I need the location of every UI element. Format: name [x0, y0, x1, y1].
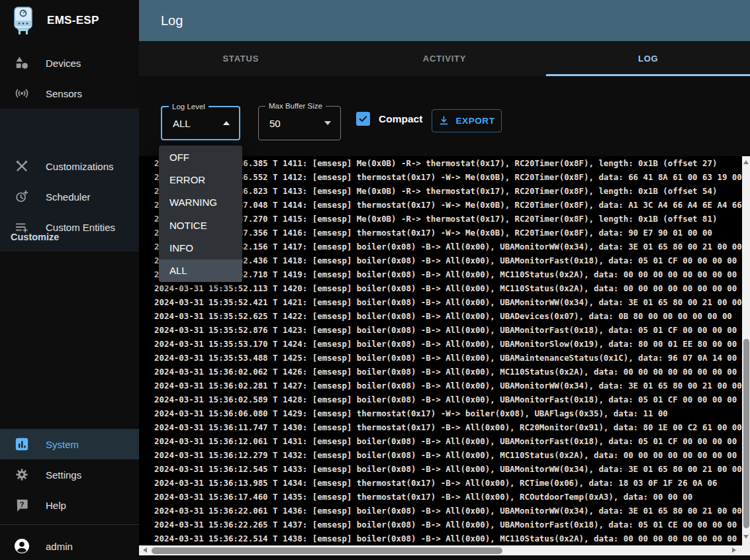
- log-level-option[interactable]: OFF: [159, 146, 242, 168]
- app-bar: Log: [139, 0, 750, 41]
- log-line: 2024-03-31 15:35:36.385 T 1411: [emsesp]…: [154, 156, 742, 170]
- log-line: 2024-03-31 15:36:06.080 T 1429: [emsesp]…: [154, 406, 742, 420]
- compact-checkbox-control[interactable]: Compact: [356, 112, 422, 126]
- log-line: 2024-03-31 15:36:17.460 T 1435: [emsesp]…: [154, 490, 742, 504]
- compact-label: Compact: [379, 113, 422, 125]
- chevron-down-icon: [324, 121, 331, 125]
- boiler-logo-icon: [11, 6, 35, 35]
- scroll-down-arrow-icon[interactable]: [743, 535, 749, 539]
- vertical-scrollbar-thumb[interactable]: [743, 339, 749, 528]
- log-level-option[interactable]: NOTICE: [159, 214, 242, 236]
- account-circle-icon: [14, 538, 30, 554]
- sidebar-item-label: Custom Entities: [46, 222, 115, 233]
- log-line: 2024-03-31 15:35:36.823 T 1413: [emsesp]…: [154, 184, 742, 198]
- scroll-up-arrow-icon[interactable]: [743, 160, 749, 164]
- max-buffer-size-label: Max Buffer Size: [265, 102, 326, 111]
- log-line: 2024-03-31 15:36:02.062 T 1426: [emsesp]…: [154, 365, 742, 379]
- devices-icon: [14, 55, 30, 71]
- svg-text:?: ?: [20, 500, 24, 508]
- log-level-value: ALL: [173, 118, 191, 129]
- log-line: 2024-03-31 15:35:53.488 T 1425: [emsesp]…: [154, 351, 742, 365]
- sidebar-item-help[interactable]: ? Help: [0, 490, 139, 520]
- log-line: 2024-03-31 15:36:02.589 T 1428: [emsesp]…: [154, 393, 742, 406]
- sidebar-item-label: Sensors: [46, 88, 82, 99]
- system-chart-icon: [14, 436, 30, 452]
- ems-esp-app: EMS-ESP Devices: [0, 0, 750, 560]
- export-button[interactable]: EXPORT: [432, 109, 502, 132]
- app-logo-bar: EMS-ESP: [0, 0, 139, 41]
- sidebar-item-label: Settings: [46, 469, 81, 481]
- sidebar-item-system[interactable]: System: [0, 429, 139, 459]
- horizontal-scrollbar-thumb[interactable]: [152, 547, 502, 554]
- user-name: admin: [46, 541, 73, 552]
- sidebar-item-label: Scheduler: [46, 191, 91, 203]
- log-line: 2024-03-31 15:35:36.552 T 1412: [emsesp]…: [154, 170, 742, 184]
- vertical-scrollbar[interactable]: [742, 156, 750, 545]
- scroll-right-arrow-icon[interactable]: [732, 547, 736, 553]
- log-line: 2024-03-31 15:36:13.985 T 1434: [emsesp]…: [154, 476, 742, 490]
- tab-bar: STATUS ACTIVITY LOG: [139, 41, 750, 76]
- log-line: 2024-03-31 15:35:52.421 T 1421: [emsesp]…: [154, 295, 742, 309]
- page-title: Log: [161, 13, 183, 28]
- sidebar-item-label: Devices: [46, 58, 81, 69]
- log-level-label: Log Level: [169, 103, 209, 111]
- log-line: 2024-03-31 15:36:12.545 T 1433: [emsesp]…: [154, 462, 742, 476]
- tab-indicator: [546, 74, 750, 76]
- log-line: 2024-03-31 15:35:42.718 T 1419: [emsesp]…: [154, 267, 742, 281]
- scroll-left-arrow-icon[interactable]: [143, 547, 147, 553]
- sidebar-item-customizations[interactable]: Customizations: [0, 151, 139, 181]
- horizontal-scrollbar[interactable]: [139, 545, 750, 555]
- tab-status[interactable]: STATUS: [139, 41, 343, 76]
- download-icon: [438, 115, 449, 126]
- tab-activity[interactable]: ACTIVITY: [343, 41, 547, 76]
- tab-log[interactable]: LOG: [546, 41, 750, 76]
- sidebar-item-sensors[interactable]: Sensors: [0, 78, 139, 109]
- sidebar-item-label: Help: [46, 500, 66, 511]
- sidebar-divider: [0, 524, 139, 525]
- log-level-option[interactable]: ERROR: [159, 168, 242, 191]
- log-level-option[interactable]: INFO: [159, 236, 242, 259]
- log-line: 2024-03-31 15:36:12.279 T 1432: [emsesp]…: [154, 448, 742, 462]
- sidebar-item-settings[interactable]: Settings: [0, 459, 139, 490]
- log-line: 2024-03-31 15:35:37.270 T 1415: [emsesp]…: [154, 212, 742, 226]
- log-line: 2024-03-31 15:35:42.436 T 1418: [emsesp]…: [154, 254, 742, 267]
- sensors-icon: [14, 85, 30, 101]
- log-line: 2024-03-31 15:36:11.747 T 1430: [emsesp]…: [154, 420, 742, 434]
- log-level-select[interactable]: Log Level ALL: [161, 106, 240, 140]
- log-level-option[interactable]: ALL: [159, 259, 242, 282]
- sidebar-item-admin[interactable]: admin: [0, 531, 139, 560]
- max-buffer-size-value: 50: [269, 118, 281, 129]
- log-line: 2024-03-31 15:36:12.061 T 1431: [emsesp]…: [154, 434, 742, 448]
- log-level-menu: OFFERRORWARNINGNOTICEINFOALL: [159, 146, 242, 282]
- log-line: 2024-03-31 15:35:52.113 T 1420: [emsesp]…: [154, 281, 742, 295]
- help-icon: ?: [14, 497, 30, 513]
- log-line: 2024-03-31 15:35:37.048 T 1414: [emsesp]…: [154, 198, 742, 212]
- export-label: EXPORT: [455, 116, 494, 126]
- sidebar-item-label: Customizations: [46, 161, 114, 172]
- sidebar-item-scheduler[interactable]: Scheduler: [0, 181, 139, 212]
- compact-checkbox[interactable]: [356, 112, 370, 126]
- app-title: EMS-ESP: [47, 14, 99, 27]
- chevron-up-icon: [223, 121, 230, 125]
- log-level-option[interactable]: WARNING: [159, 191, 242, 214]
- tools-icon: [14, 158, 30, 174]
- log-line: 2024-03-31 15:35:53.170 T 1424: [emsesp]…: [154, 337, 742, 351]
- sidebar: EMS-ESP Devices: [0, 0, 139, 560]
- sidebar-item-custom-entities[interactable]: Custom Entities: [0, 212, 139, 242]
- checkmark-icon: [358, 114, 368, 124]
- clock-plus-icon: [14, 189, 30, 205]
- sidebar-item-devices[interactable]: Devices: [0, 48, 139, 78]
- gear-icon: [14, 467, 30, 483]
- log-line: 2024-03-31 15:36:22.061 T 1436: [emsesp]…: [154, 504, 742, 518]
- log-line: 2024-03-31 15:35:37.356 T 1416: [emsesp]…: [154, 226, 742, 240]
- log-line: 2024-03-31 15:36:02.281 T 1427: [emsesp]…: [154, 379, 742, 393]
- max-buffer-size-select[interactable]: Max Buffer Size 50: [258, 106, 341, 140]
- log-line: 2024-03-31 15:35:42.156 T 1417: [emsesp]…: [154, 240, 742, 254]
- sidebar-item-label: System: [46, 439, 79, 450]
- log-line: 2024-03-31 15:35:52.625 T 1422: [emsesp]…: [154, 309, 742, 323]
- log-line: 2024-03-31 15:36:22.265 T 1437: [emsesp]…: [154, 518, 742, 532]
- list-add-icon: [14, 219, 30, 235]
- log-line: 2024-03-31 15:35:52.876 T 1423: [emsesp]…: [154, 323, 742, 337]
- log-line: 2024-03-31 15:36:22.514 T 1438: [emsesp]…: [154, 532, 742, 545]
